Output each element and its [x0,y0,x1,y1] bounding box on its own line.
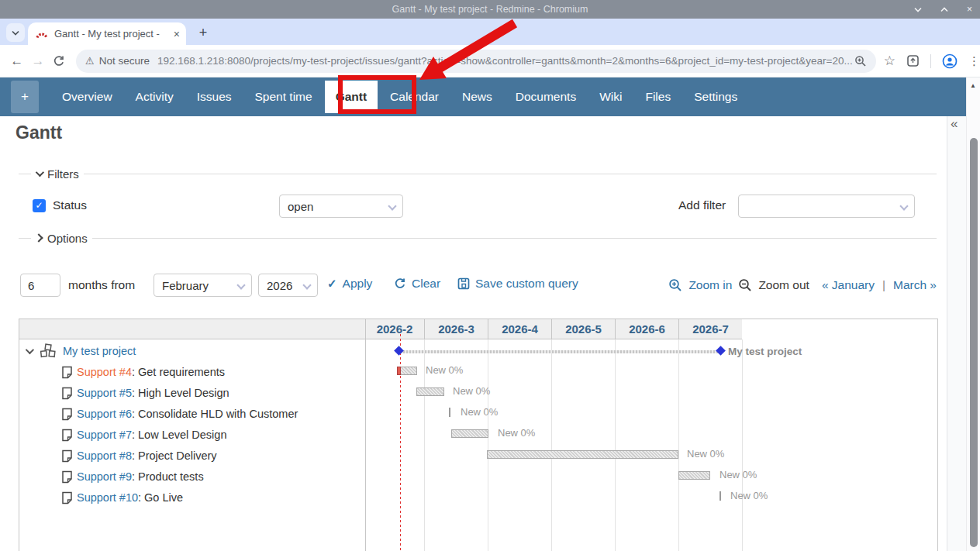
profile-avatar-icon[interactable] [942,53,958,69]
gantt-milestone-tick[interactable] [449,408,450,417]
column-header: 2026-7 [678,319,742,339]
fieldset-line [19,238,937,239]
bookmark-star-icon[interactable]: ☆ [884,53,895,69]
chevron-down-icon [388,201,396,210]
window-minimize-icon[interactable] [914,7,922,12]
tree-collapse-icon[interactable] [26,346,34,354]
zoom-out-label: Zoom out [758,278,809,292]
months-count-input[interactable] [20,274,60,297]
chevron-down-icon [236,281,245,289]
column-header: 2026-6 [615,319,678,339]
issue-link[interactable]: Support #6 [77,408,132,420]
gantt-bar[interactable] [397,367,417,375]
browser-toolbar: ← → ⚠ Not secure 192.168.1.218:8080/proj… [0,45,980,77]
project-link[interactable]: My test project [63,345,136,357]
project-start-diamond [394,346,404,356]
year-select[interactable]: 2026 [258,274,318,297]
not-secure-label: Not secure [99,55,150,67]
nav-tab-gantt[interactable]: Gantt [325,81,378,113]
url-text[interactable]: 192.168.1.218:8080/projects/my-test-proj… [157,55,853,67]
reload-icon[interactable] [49,55,70,67]
issue-link[interactable]: Support #8 [77,449,132,462]
apply-button[interactable]: ✓ Apply [327,277,372,291]
issue-link[interactable]: Support #4 [77,366,132,378]
issue-link[interactable]: Support #5 [77,387,132,399]
browser-window: Gantt - My test project - Redmine - Chro… [0,0,980,551]
status-checkbox[interactable]: ✓ [33,199,46,212]
vertical-scrollbar[interactable]: ▲ [966,77,980,551]
project-end-diamond [716,346,726,356]
nav-tab-activity[interactable]: Activity [136,77,174,116]
forward-icon[interactable]: → [27,53,48,69]
issue-link[interactable]: Support #7 [77,429,132,441]
browser-tab[interactable]: Gantt - My test project - × [28,22,186,45]
gantt-bar[interactable] [416,387,444,396]
nav-tab-settings[interactable]: Settings [694,77,737,116]
month-gridline [424,339,425,551]
clear-button[interactable]: Clear [394,277,440,291]
add-filter-label: Add filter [678,198,726,212]
save-custom-query-button[interactable]: Save custom query [457,277,578,291]
month-nav-separator: | [882,278,885,292]
issue-subject: : Go Live [138,491,183,504]
zoom-level-icon[interactable] [854,55,867,67]
filters-legend[interactable]: Filters [31,165,84,182]
status-filter-row: ✓ Status open Add filter [0,195,947,218]
zoom-in-icon[interactable] [668,278,682,292]
scrollbar-up-icon[interactable]: ▲ [970,82,976,89]
issue-subject: : Product tests [132,470,204,483]
gantt-bar[interactable] [678,471,710,480]
scrollbar-thumb[interactable] [970,138,978,547]
month-gridline [551,339,552,551]
issue-link[interactable]: Support #10 [77,491,138,504]
month-select[interactable]: February [154,274,252,297]
sidebar-gutter: « [947,116,966,551]
nav-tab-files[interactable]: Files [645,77,671,116]
window-title: Gantt - My test project - Redmine - Chro… [392,4,588,15]
gantt-bar[interactable] [487,450,678,459]
window-maximize-icon[interactable] [940,7,948,12]
month-gridline [615,339,616,551]
nav-tab-documents[interactable]: Documents [516,77,576,116]
prev-month-link[interactable]: « January [822,278,875,292]
nav-tab-overview[interactable]: Overview [62,77,112,116]
sidebar-collapse-icon[interactable]: « [951,116,958,132]
os-titlebar: Gantt - My test project - Redmine - Chro… [0,0,980,19]
tab-strip: Gantt - My test project - × + [0,19,980,45]
extensions-icon[interactable] [906,54,920,67]
zoom-out-icon[interactable] [738,278,752,292]
browser-menu-icon[interactable]: ⋮ [968,54,980,68]
nav-tab-wiki[interactable]: Wiki [599,77,622,116]
issue-link[interactable]: Support #9 [77,470,132,483]
nav-tab-issues[interactable]: Issues [197,77,232,116]
gantt-milestone-tick[interactable] [719,491,721,501]
column-header: 2026-2 [365,319,424,339]
new-tab-button[interactable]: + [194,23,212,42]
chevron-down-icon [899,201,908,210]
issue-icon [61,366,73,379]
issue-icon [61,387,73,400]
table-row: Support #5: High Level Design [19,384,229,401]
add-filter-select[interactable] [738,195,915,218]
nav-tab-calendar[interactable]: Calendar [390,77,439,116]
nav-plus-button[interactable]: + [11,81,39,113]
next-month-link[interactable]: March » [893,278,937,292]
back-icon[interactable]: ← [6,53,27,69]
filters-fieldset: Filters [19,165,937,182]
gantt-header-subject-cell [19,319,365,339]
tab-close-icon[interactable]: × [174,28,180,40]
options-legend[interactable]: Options [31,229,92,246]
status-select[interactable]: open [279,195,403,218]
nav-tab-news[interactable]: News [462,77,492,116]
table-row: Support #6: Consolidate HLD with Custome… [19,405,298,422]
page-title: Gantt [16,122,62,143]
issue-icon [61,408,73,421]
window-close-icon[interactable]: × [967,5,972,14]
zoom-in-link[interactable]: Zoom in [688,278,732,292]
gantt-header-months: 2026-2 2026-3 2026-4 2026-5 2026-6 2026-… [365,319,742,339]
gantt-bar[interactable] [451,429,488,438]
address-bar[interactable]: ⚠ Not secure 192.168.1.218:8080/projects… [76,50,876,73]
nav-tab-spent-time[interactable]: Spent time [255,77,312,116]
table-row: Support #10: Go Live [19,489,183,506]
tab-search-button[interactable] [6,23,25,42]
